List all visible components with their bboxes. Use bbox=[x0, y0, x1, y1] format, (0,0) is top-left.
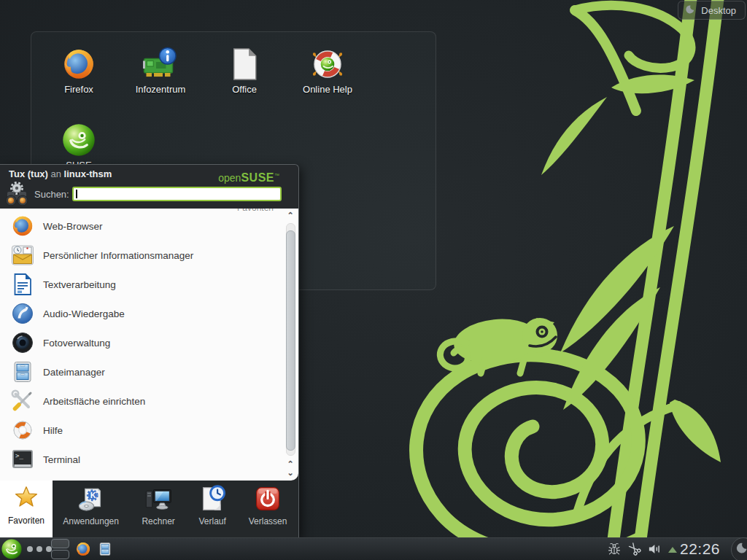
host-name: linux-thsm bbox=[64, 168, 112, 179]
file-manager-task-icon[interactable] bbox=[98, 542, 112, 556]
writer-document-icon bbox=[11, 273, 34, 296]
panel-dot-2[interactable] bbox=[36, 546, 42, 552]
kickoff-header: Tux (tux) an linux-thsm openSUSE™ Suchen… bbox=[0, 165, 298, 209]
office-document-icon bbox=[227, 47, 262, 82]
search-input[interactable] bbox=[72, 187, 282, 201]
file-cabinet-icon bbox=[11, 360, 34, 384]
kickoff-menu: Tux (tux) an linux-thsm openSUSE™ Suchen… bbox=[0, 164, 299, 537]
history-clock-icon bbox=[198, 485, 226, 513]
kickoff-favorites-list: Favoriten Web-Browser Persönlicher Infor… bbox=[0, 209, 298, 481]
scroll-up-arrow[interactable]: ⌃ bbox=[285, 211, 295, 220]
tab-leave[interactable]: Verlassen bbox=[237, 481, 298, 538]
amarok-wolf-icon bbox=[11, 302, 34, 325]
tab-favorites[interactable]: Favoriten bbox=[0, 481, 53, 538]
menu-item-file-manager[interactable]: Dateimanager bbox=[0, 357, 281, 386]
bottom-panel: 22:26 bbox=[0, 537, 747, 560]
bug-tray-icon[interactable] bbox=[607, 542, 622, 556]
terminal-icon bbox=[11, 448, 34, 471]
desktop-toolbox-label: Desktop bbox=[701, 5, 736, 16]
menu-item-help[interactable]: Hilfe bbox=[0, 416, 281, 445]
tools-icon bbox=[11, 389, 34, 413]
title-conjunction: an bbox=[48, 168, 64, 179]
pager-desktop-2[interactable] bbox=[51, 550, 69, 559]
desktop-icon-label: Office bbox=[209, 84, 279, 95]
tab-applications[interactable]: Anwendungen bbox=[53, 481, 129, 538]
kontact-icon bbox=[11, 244, 34, 267]
firefox-task-icon[interactable] bbox=[75, 541, 91, 557]
tab-computer[interactable]: Rechner bbox=[129, 481, 187, 538]
computer-icon bbox=[144, 485, 172, 513]
scrollbar[interactable]: ⌃ ⌃ ⌄ bbox=[285, 211, 296, 478]
desktop-icon-label: Online Help bbox=[293, 84, 363, 95]
text-caret bbox=[76, 190, 77, 198]
camera-lens-icon bbox=[11, 331, 34, 354]
desktop-toolbox[interactable]: Desktop bbox=[678, 1, 746, 20]
menu-item-terminal[interactable]: Terminal bbox=[0, 445, 281, 474]
lifebuoy-icon bbox=[11, 419, 34, 442]
desktop-icon-firefox[interactable]: Firefox bbox=[44, 47, 114, 95]
lifebuoy-geeko-icon bbox=[310, 47, 345, 82]
volume-speaker-icon[interactable] bbox=[648, 542, 662, 556]
menu-item-word-processor[interactable]: Textverarbeitung bbox=[0, 270, 281, 299]
cashew-icon bbox=[735, 542, 747, 556]
desktop-icon-label: Infozentrum bbox=[125, 84, 196, 95]
desktop-icon-label: Firefox bbox=[44, 84, 114, 95]
search-binoculars-icon bbox=[4, 180, 30, 208]
firefox-icon bbox=[11, 214, 34, 238]
panel-dot-1[interactable] bbox=[27, 546, 33, 552]
kickoff-search-row: Suchen: bbox=[0, 182, 298, 209]
info-center-icon bbox=[143, 47, 178, 82]
desktop-icon-infozentrum[interactable]: Infozentrum bbox=[125, 47, 196, 95]
scrollbar-thumb[interactable] bbox=[286, 230, 295, 451]
suse-geeko-icon bbox=[61, 122, 96, 158]
kickoff-title: Tux (tux) an linux-thsm openSUSE™ bbox=[9, 168, 290, 182]
desktop-icon-online-help[interactable]: Online Help bbox=[293, 47, 363, 95]
menu-item-photo-management[interactable]: Fotoverwaltung bbox=[0, 328, 281, 357]
tabbar-background: Anwendungen Rechner Verlauf Verlassen bbox=[53, 481, 298, 538]
cashew-icon bbox=[684, 4, 696, 16]
tray-expand-arrow[interactable] bbox=[668, 547, 677, 553]
pager-desktop-1[interactable] bbox=[51, 539, 69, 548]
scroll-down-arrow[interactable]: ⌄ bbox=[285, 469, 295, 478]
klipper-scissors-icon[interactable] bbox=[627, 542, 642, 556]
firefox-icon bbox=[61, 47, 96, 82]
menu-item-audio-player[interactable]: Audio-Wiedergabe bbox=[0, 299, 281, 328]
panel-cashew[interactable] bbox=[731, 537, 747, 560]
search-label: Suchen: bbox=[34, 189, 69, 200]
applications-box-icon bbox=[77, 485, 105, 513]
user-name: Tux (tux) bbox=[9, 168, 48, 179]
tab-history[interactable]: Verlauf bbox=[187, 481, 237, 538]
desktop-icon-office[interactable]: Office bbox=[209, 47, 279, 95]
menu-item-web-browser[interactable]: Web-Browser bbox=[0, 211, 281, 241]
kickoff-launcher-button[interactable] bbox=[1, 538, 23, 560]
menu-item-configure-desktop[interactable]: Arbeitsfläche einrichten bbox=[0, 386, 281, 416]
digital-clock[interactable]: 22:26 bbox=[680, 538, 720, 560]
star-icon bbox=[13, 485, 39, 511]
power-icon bbox=[254, 485, 282, 513]
kickoff-tabbar: Anwendungen Rechner Verlauf Verlassen Fa… bbox=[0, 481, 298, 538]
menu-item-pim[interactable]: Persönlicher Informationsmanager bbox=[0, 241, 281, 270]
